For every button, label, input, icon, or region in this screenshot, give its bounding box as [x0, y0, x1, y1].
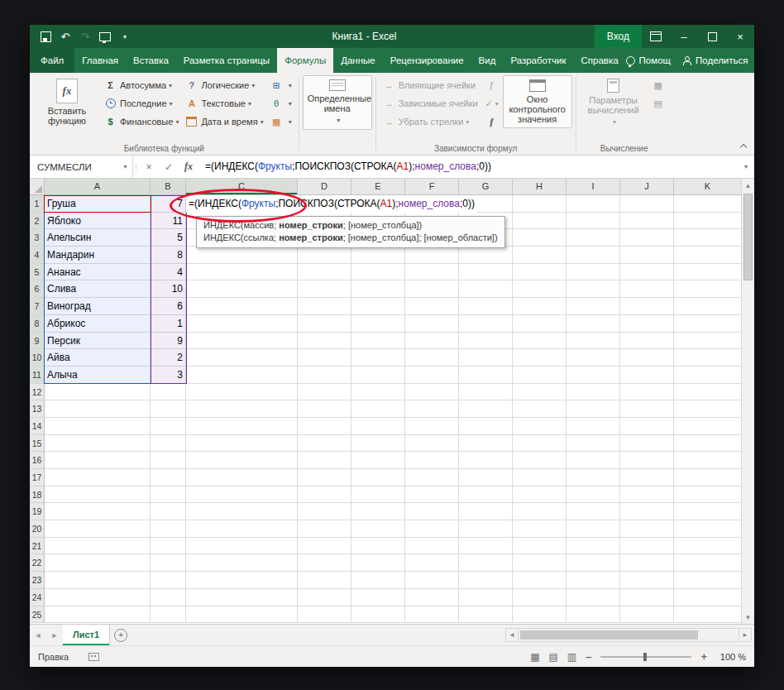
name-box-dropdown[interactable]: ▾ [118, 156, 133, 178]
row-header-13[interactable]: 13 [30, 400, 45, 418]
recent-functions-button[interactable]: Последние ▾ [101, 94, 182, 113]
cell-I25[interactable] [566, 606, 620, 624]
cell-D13[interactable] [298, 400, 351, 418]
column-header-J[interactable]: J [620, 179, 674, 194]
cell-I10[interactable] [566, 349, 620, 367]
cell-C6[interactable] [186, 280, 298, 298]
sheet-nav-right-button[interactable]: ► [46, 625, 63, 645]
cell-C25[interactable] [186, 606, 298, 624]
cell-D17[interactable] [298, 469, 351, 486]
row-header-25[interactable]: 25 [30, 606, 45, 624]
cell-A18[interactable] [45, 486, 151, 504]
calculation-options-button[interactable]: Параметры вычислений ▾ [580, 75, 648, 131]
logical-functions-button[interactable]: ? Логические ▾ [182, 76, 266, 94]
cell-K25[interactable] [674, 606, 741, 624]
row-header-4[interactable]: 4 [30, 247, 45, 264]
cell-C8[interactable] [186, 315, 298, 333]
zoom-slider[interactable] [600, 656, 691, 658]
cell-K9[interactable] [674, 333, 741, 350]
cell-J18[interactable] [620, 486, 674, 504]
expand-formula-bar-button[interactable]: ▾ [738, 156, 754, 178]
cell-A22[interactable] [45, 554, 151, 572]
cell-C12[interactable] [186, 384, 298, 401]
cell-H7[interactable] [513, 298, 566, 315]
cell-C17[interactable] [186, 469, 298, 486]
cell-A9[interactable]: Персик [45, 333, 151, 350]
cell-E23[interactable] [351, 572, 405, 589]
cell-E21[interactable] [351, 538, 405, 555]
cell-H11[interactable] [513, 367, 566, 384]
save-button[interactable] [36, 27, 55, 46]
cell-D23[interactable] [298, 572, 351, 589]
cell-C14[interactable] [186, 418, 298, 435]
cell-F11[interactable] [405, 367, 459, 384]
cell-E16[interactable] [351, 452, 405, 469]
cell-G5[interactable] [459, 264, 513, 281]
cell-B6[interactable]: 10 [151, 280, 186, 298]
cell-D6[interactable] [298, 280, 351, 298]
view-normal-button[interactable]: ▦ [530, 651, 539, 663]
cell-J8[interactable] [620, 315, 674, 333]
tooltip-line-2[interactable]: ИНДЕКС(ссылка; номер_строки; [номер_стол… [203, 232, 498, 244]
cell-C19[interactable] [186, 503, 298, 520]
row-header-20[interactable]: 20 [30, 520, 45, 538]
cell-D7[interactable] [298, 298, 351, 315]
cell-I13[interactable] [566, 400, 620, 418]
cell-C23[interactable] [186, 572, 298, 589]
cell-A8[interactable]: Абрикос [45, 315, 151, 333]
cell-G11[interactable] [459, 367, 513, 384]
cell-H20[interactable] [513, 520, 566, 538]
cell-B2[interactable]: 11 [151, 213, 186, 230]
cell-C5[interactable] [186, 264, 298, 281]
row-header-24[interactable]: 24 [30, 589, 45, 606]
cell-H19[interactable] [513, 503, 566, 520]
cell-B12[interactable] [151, 384, 186, 401]
column-header-F[interactable]: F [405, 179, 459, 194]
cell-F15[interactable] [405, 435, 459, 453]
row-header-21[interactable]: 21 [30, 538, 45, 555]
cell-H13[interactable] [513, 400, 566, 418]
cell-E5[interactable] [351, 264, 405, 281]
formula-bar-splitter[interactable]: ⋮ [133, 156, 139, 178]
cell-G24[interactable] [459, 589, 513, 606]
cell-F12[interactable] [405, 384, 459, 401]
cell-C10[interactable] [186, 349, 298, 367]
row-header-3[interactable]: 3 [30, 229, 45, 247]
horizontal-scroll-track[interactable] [519, 628, 739, 642]
scroll-right-button[interactable]: ► [739, 628, 752, 642]
cell-K8[interactable] [674, 315, 741, 333]
row-header-18[interactable]: 18 [30, 486, 45, 504]
cell-J15[interactable] [620, 435, 674, 453]
cell-G13[interactable] [459, 400, 513, 418]
cell-A10[interactable]: Айва [45, 349, 151, 367]
ribbon-tab-Вставка[interactable]: Вставка [126, 48, 176, 73]
cell-J19[interactable] [620, 503, 674, 520]
scroll-left-button[interactable]: ◄ [505, 628, 519, 642]
cell-H15[interactable] [513, 435, 566, 453]
cell-K14[interactable] [674, 418, 741, 435]
cell-C16[interactable] [186, 452, 298, 469]
cell-A6[interactable]: Слива [45, 280, 151, 298]
column-header-I[interactable]: I [566, 179, 620, 194]
cell-K18[interactable] [674, 486, 741, 504]
cell-I15[interactable] [566, 435, 620, 453]
enter-button[interactable]: ✓ [159, 156, 179, 178]
cell-G18[interactable] [459, 486, 513, 504]
zoom-level[interactable]: 100 % [716, 652, 746, 662]
ribbon-tab-Данные[interactable]: Данные [333, 48, 383, 73]
cell-A25[interactable] [45, 606, 151, 624]
cell-G22[interactable] [459, 554, 513, 572]
row-header-9[interactable]: 9 [30, 333, 45, 350]
view-page-layout-button[interactable]: ▤ [548, 651, 557, 663]
column-header-K[interactable]: K [674, 179, 741, 194]
scroll-down-button[interactable]: ▼ [742, 611, 754, 624]
column-header-B[interactable]: B [151, 179, 186, 194]
column-header-A[interactable]: A [45, 179, 151, 194]
cell-B22[interactable] [151, 554, 186, 572]
view-page-break-button[interactable]: ▥ [567, 651, 576, 663]
evaluate-formula-button[interactable]: ƒ [481, 113, 503, 131]
cell-J9[interactable] [620, 333, 674, 350]
cell-K4[interactable] [674, 247, 741, 264]
cell-G9[interactable] [459, 333, 513, 350]
cell-I17[interactable] [566, 469, 620, 486]
